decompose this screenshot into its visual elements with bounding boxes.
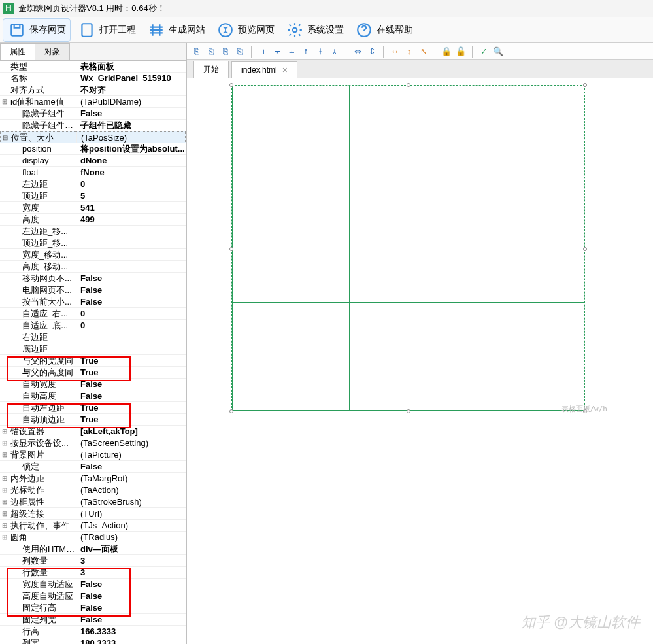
property-row[interactable]: ⊞背景图片(TaPicture) — [0, 449, 186, 461]
property-value[interactable]: (TaMargRot) — [76, 473, 186, 484]
property-row[interactable]: 按当前大小...False — [0, 296, 186, 308]
resize-handle[interactable] — [229, 83, 233, 87]
property-value[interactable] — [76, 249, 186, 260]
expand-icon[interactable]: ⊞ — [0, 508, 9, 519]
property-row[interactable]: ⊞id值和name值(TaPubIDName) — [0, 96, 186, 108]
property-row[interactable]: position将position设置为absolut... — [0, 143, 186, 155]
generate-site-button[interactable]: 生成网站 — [142, 19, 209, 41]
property-value[interactable] — [76, 261, 186, 272]
expand-icon[interactable]: ⊟ — [1, 132, 10, 143]
property-value[interactable] — [76, 226, 186, 237]
property-row[interactable]: 顶边距5 — [0, 190, 186, 202]
property-row[interactable]: 移动网页不...False — [0, 273, 186, 284]
tab-objects[interactable]: 对象 — [35, 43, 70, 60]
property-row[interactable]: ⊟位置、大小(TaPosSize) — [0, 131, 186, 143]
expand-icon[interactable]: ⊞ — [0, 437, 9, 449]
size-icon[interactable]: ↕ — [403, 46, 415, 58]
property-row[interactable]: 自适应_右...0 — [0, 308, 186, 320]
property-value[interactable]: 499 — [76, 214, 186, 225]
property-value[interactable] — [76, 237, 186, 248]
resize-handle[interactable] — [407, 83, 410, 87]
property-value[interactable]: (TRadius) — [76, 532, 186, 543]
property-row[interactable]: 名称Wx_GridPanel_515910 — [0, 73, 186, 84]
property-row[interactable]: ⊞超级连接(TUrl) — [0, 508, 186, 520]
property-row[interactable]: 隐藏子组件False — [0, 108, 186, 120]
property-value[interactable]: (TaPubIDName) — [76, 96, 186, 107]
property-value[interactable]: False — [76, 461, 186, 472]
distribute-icon[interactable]: ⇔ — [352, 46, 363, 58]
property-row[interactable]: 右边距 — [0, 331, 186, 343]
property-value[interactable]: 5 — [76, 190, 186, 201]
online-help-button[interactable]: 在线帮助 — [350, 19, 417, 41]
size-icon[interactable]: ↔ — [389, 46, 401, 58]
resize-handle[interactable] — [583, 247, 587, 251]
search-icon[interactable]: 🔍 — [492, 46, 504, 58]
align-right-icon[interactable]: ⫠ — [286, 46, 297, 58]
property-row[interactable]: 对齐方式不对齐 — [0, 84, 186, 96]
property-row[interactable]: 高度_移动... — [0, 261, 186, 273]
property-value[interactable]: False — [76, 390, 186, 401]
expand-icon[interactable]: ⊞ — [0, 520, 9, 531]
property-row[interactable]: floatfNone — [0, 167, 186, 178]
property-row[interactable]: 电脑网页不...False — [0, 284, 186, 296]
align-center-icon[interactable]: ⫟ — [271, 46, 283, 58]
property-value[interactable]: True — [76, 355, 186, 366]
property-row[interactable]: ⊞执行动作、事件(TJs_Action) — [0, 520, 186, 532]
property-value[interactable]: (TaAction) — [76, 484, 186, 496]
expand-icon[interactable]: ⊞ — [0, 96, 9, 107]
property-value[interactable]: 3 — [76, 567, 186, 578]
property-value[interactable] — [76, 331, 186, 343]
property-row[interactable]: 宽度_移动... — [0, 249, 186, 261]
property-value[interactable]: 子组件已隐藏 — [76, 120, 186, 131]
property-value[interactable]: (TJs_Action) — [76, 520, 186, 531]
expand-icon[interactable]: ⊞ — [0, 496, 9, 507]
property-value[interactable]: False — [76, 579, 186, 590]
property-value[interactable]: (TaPosSize) — [76, 132, 185, 143]
property-row[interactable]: ⊞按显示设备设...(TaScreenSetting) — [0, 437, 186, 449]
align-middle-icon[interactable]: ⫲ — [314, 46, 326, 58]
property-row[interactable]: 自动高度False — [0, 390, 186, 402]
property-row[interactable]: 隐藏子组件说明子组件已隐藏 — [0, 120, 186, 131]
property-value[interactable] — [76, 343, 186, 354]
property-value[interactable]: True — [76, 367, 186, 378]
property-row[interactable]: 自动宽度False — [0, 379, 186, 390]
property-value[interactable]: 不对齐 — [76, 84, 186, 95]
property-row[interactable]: 自适应_底...0 — [0, 320, 186, 331]
tool-icon[interactable]: ⎘ — [220, 46, 231, 58]
property-row[interactable]: 固定行高False — [0, 602, 186, 614]
property-row[interactable]: 宽度自动适应False — [0, 579, 186, 590]
property-row[interactable]: 顶边距_移... — [0, 237, 186, 249]
expand-icon[interactable]: ⊞ — [0, 473, 9, 484]
property-value[interactable]: False — [76, 273, 186, 284]
property-grid[interactable]: 类型表格面板名称Wx_GridPanel_515910对齐方式不对齐⊞id值和n… — [0, 61, 186, 644]
property-row[interactable]: ⊞光标动作(TaAction) — [0, 484, 186, 496]
resize-handle[interactable] — [229, 247, 233, 251]
property-value[interactable]: 0 — [76, 308, 186, 319]
tab-file-index[interactable]: index.html × — [231, 61, 297, 78]
property-row[interactable]: 列宽180.3333 — [0, 637, 186, 644]
property-value[interactable]: 166.3333 — [76, 626, 186, 637]
align-top-icon[interactable]: ⫯ — [300, 46, 312, 58]
property-value[interactable]: True — [76, 402, 186, 413]
resize-handle[interactable] — [407, 409, 410, 413]
property-row[interactable]: 左边距0 — [0, 178, 186, 190]
property-value[interactable]: False — [76, 284, 186, 296]
expand-icon[interactable]: ⊞ — [0, 532, 9, 543]
property-row[interactable]: 使用的HTML对象div—面板 — [0, 543, 186, 555]
property-value[interactable]: 0 — [76, 320, 186, 331]
property-value[interactable]: 3 — [76, 555, 186, 566]
property-value[interactable]: (TaStrokeBrush) — [76, 496, 186, 507]
property-value[interactable]: False — [76, 108, 186, 119]
property-value[interactable]: False — [76, 614, 186, 625]
property-value[interactable]: 541 — [76, 202, 186, 213]
property-row[interactable]: 高度499 — [0, 214, 186, 226]
property-row[interactable]: 列数量3 — [0, 555, 186, 567]
expand-icon[interactable]: ⊞ — [0, 449, 9, 460]
property-value[interactable]: False — [76, 296, 186, 307]
property-value[interactable]: Wx_GridPanel_515910 — [76, 73, 186, 84]
property-row[interactable]: 类型表格面板 — [0, 61, 186, 73]
property-row[interactable]: 高度自动适应False — [0, 590, 186, 602]
property-row[interactable]: ⊞锚设置器[akLeft,akTop] — [0, 426, 186, 437]
preview-page-button[interactable]: 预览网页 — [212, 19, 278, 41]
distribute-icon[interactable]: ⇕ — [366, 46, 378, 58]
